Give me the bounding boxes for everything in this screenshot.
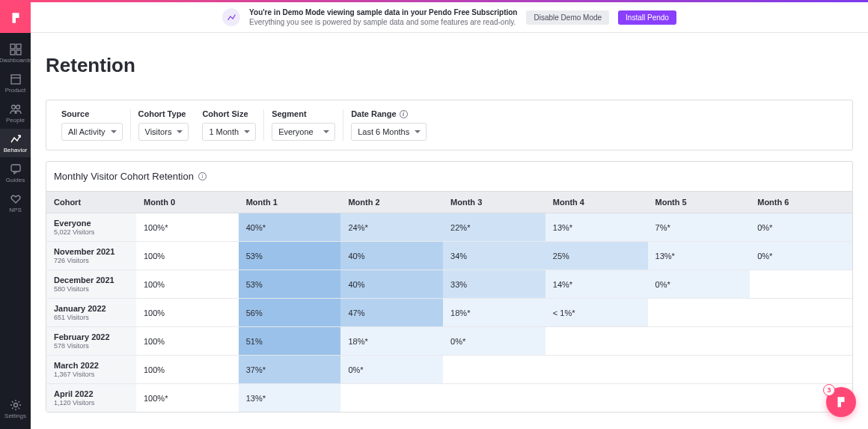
sidebar-item-settings[interactable]: Settings bbox=[0, 395, 31, 423]
retention-cell: 100% bbox=[136, 356, 239, 384]
filter-cohort-size-label: Cohort Size bbox=[202, 109, 256, 118]
table-title: Monthly Visitor Cohort Retention bbox=[54, 171, 194, 182]
retention-cell: 18%* bbox=[340, 327, 443, 356]
filter-source-label: Source bbox=[61, 109, 123, 118]
help-fab[interactable]: 3 bbox=[826, 387, 856, 417]
disable-demo-button[interactable]: Disable Demo Mode bbox=[526, 10, 609, 25]
demo-banner-subtitle: Everything you see is powered by sample … bbox=[249, 17, 517, 27]
page-title: Retention bbox=[46, 54, 853, 77]
retention-cell: 13%* bbox=[545, 213, 648, 242]
cohort-name: February 2022 bbox=[54, 332, 129, 341]
filter-segment-label: Segment bbox=[272, 109, 335, 118]
sidebar-item-dashboards[interactable]: Dashboards bbox=[0, 39, 31, 67]
retention-cell bbox=[750, 327, 852, 356]
retention-cell: 40% bbox=[340, 242, 443, 270]
pendo-logo-icon bbox=[834, 395, 848, 409]
cohort-size-value: 1 Month bbox=[209, 127, 239, 136]
svg-rect-2 bbox=[10, 50, 15, 55]
retention-cell: 14%* bbox=[545, 270, 648, 299]
retention-cell bbox=[750, 299, 852, 327]
sidebar-item-nps[interactable]: NPS bbox=[0, 189, 31, 217]
gear-icon bbox=[10, 399, 22, 411]
retention-cell: 53% bbox=[239, 242, 341, 270]
cohort-type-select[interactable]: Visitors bbox=[138, 123, 189, 141]
retention-cell: 7%* bbox=[648, 213, 751, 242]
behavior-icon bbox=[10, 133, 22, 145]
demo-banner-text: You're in Demo Mode viewing sample data … bbox=[249, 7, 517, 27]
guides-icon bbox=[10, 163, 22, 175]
sidebar-item-label: Settings bbox=[4, 413, 26, 419]
sidebar-item-label: NPS bbox=[9, 207, 21, 213]
table-row: March 20221,367 Visitors100%37%*0%* bbox=[46, 356, 852, 384]
date-range-select[interactable]: Last 6 Months bbox=[351, 123, 427, 141]
table-column-header: Month 2 bbox=[340, 192, 443, 213]
cohort-cell: February 2022578 Visitors bbox=[46, 327, 136, 356]
logo[interactable] bbox=[0, 2, 31, 33]
sidebar-item-product[interactable]: Product bbox=[0, 69, 31, 97]
filter-cohort-type-label: Cohort Type bbox=[138, 109, 189, 118]
retention-cell bbox=[545, 384, 648, 413]
retention-cell: 13%* bbox=[239, 384, 341, 413]
retention-table-panel: Monthly Visitor Cohort Retention CohortM… bbox=[46, 161, 853, 413]
cohort-visitors: 1,120 Visitors bbox=[54, 399, 129, 407]
demo-banner: You're in Demo Mode viewing sample data … bbox=[31, 2, 868, 33]
retention-table: CohortMonth 0Month 1Month 2Month 3Month … bbox=[46, 192, 852, 412]
table-column-header: Month 6 bbox=[750, 192, 852, 213]
svg-rect-3 bbox=[16, 50, 21, 55]
svg-point-9 bbox=[13, 403, 17, 407]
table-column-header: Month 3 bbox=[443, 192, 545, 213]
retention-cell: 100% bbox=[136, 270, 239, 299]
retention-cell bbox=[648, 327, 751, 356]
cohort-cell: April 20221,120 Visitors bbox=[46, 384, 136, 413]
people-icon bbox=[10, 103, 22, 115]
cohort-size-select[interactable]: 1 Month bbox=[202, 123, 256, 141]
table-row: January 2022651 Visitors100%56%47%18%*< … bbox=[46, 299, 852, 327]
retention-cell bbox=[648, 299, 751, 327]
dashboards-icon bbox=[10, 43, 22, 55]
sidebar: Dashboards Product People Behavior Guide… bbox=[0, 2, 31, 429]
cohort-type-value: Visitors bbox=[145, 127, 172, 136]
sidebar-item-behavior[interactable]: Behavior bbox=[0, 129, 31, 157]
table-row: April 20221,120 Visitors100%*13%* bbox=[46, 384, 852, 413]
retention-cell: 100% bbox=[136, 242, 239, 270]
info-icon[interactable] bbox=[198, 172, 207, 180]
retention-cell: 100%* bbox=[136, 213, 239, 242]
retention-cell bbox=[648, 384, 751, 413]
install-pendo-button[interactable]: Install Pendo bbox=[618, 10, 676, 25]
cohort-name: April 2022 bbox=[54, 389, 129, 398]
sidebar-item-guides[interactable]: Guides bbox=[0, 159, 31, 187]
svg-rect-8 bbox=[11, 165, 20, 171]
demo-banner-title: You're in Demo Mode viewing sample data … bbox=[249, 7, 517, 17]
table-column-header: Cohort bbox=[46, 192, 136, 213]
cohort-visitors: 578 Visitors bbox=[54, 342, 129, 350]
sidebar-item-people[interactable]: People bbox=[0, 99, 31, 127]
cohort-visitors: 651 Visitors bbox=[54, 314, 129, 321]
retention-cell: 13%* bbox=[648, 242, 751, 270]
retention-cell: 40% bbox=[340, 270, 443, 299]
info-icon[interactable] bbox=[400, 110, 408, 118]
footer: © 2022 pendo.io | Terms of Service | Pri… bbox=[46, 423, 853, 429]
retention-cell: 22%* bbox=[443, 213, 545, 242]
retention-cell: 0%* bbox=[340, 356, 443, 384]
svg-point-7 bbox=[16, 105, 19, 109]
cohort-cell: January 2022651 Visitors bbox=[46, 299, 136, 327]
retention-cell: 0%* bbox=[750, 242, 852, 270]
table-column-header: Month 0 bbox=[136, 192, 239, 213]
table-column-header: Month 4 bbox=[545, 192, 648, 213]
cohort-visitors: 726 Visitors bbox=[54, 257, 129, 264]
segment-select[interactable]: Everyone bbox=[272, 123, 335, 141]
retention-cell: 0%* bbox=[443, 327, 545, 356]
product-icon bbox=[10, 73, 22, 85]
source-select[interactable]: All Activity bbox=[61, 123, 123, 141]
retention-cell: 47% bbox=[340, 299, 443, 327]
filter-segment: Segment Everyone bbox=[264, 109, 343, 141]
retention-cell bbox=[545, 356, 648, 384]
retention-cell: 18%* bbox=[443, 299, 545, 327]
retention-cell: 25% bbox=[545, 242, 648, 270]
cohort-visitors: 5,022 Visitors bbox=[54, 228, 129, 236]
svg-rect-0 bbox=[10, 44, 15, 49]
retention-cell: 51% bbox=[239, 327, 341, 356]
cohort-visitors: 1,367 Visitors bbox=[54, 371, 129, 378]
retention-cell bbox=[545, 327, 648, 356]
retention-cell bbox=[443, 356, 545, 384]
